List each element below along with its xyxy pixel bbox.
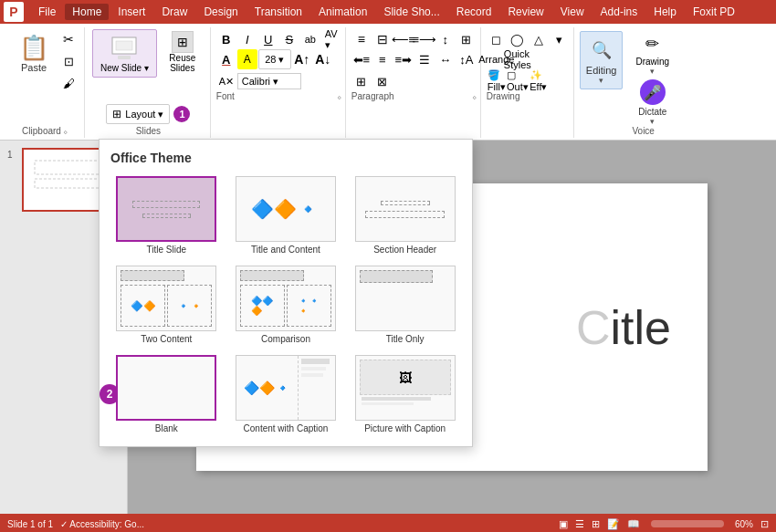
shape3-button[interactable]: △ [529,29,549,49]
shapes-more-button[interactable]: ▾ [550,29,570,49]
fit-slide-icon[interactable]: ⊡ [760,518,769,530]
paste-button[interactable]: 📋 Paste [11,29,57,77]
smartart-button[interactable]: ⊞ [351,71,372,91]
text-direction-button[interactable]: ↔ [435,49,456,69]
drawing-btn[interactable]: ✏ Drawing ▾ [632,29,673,78]
clear-format-button[interactable]: A✕ [216,71,236,91]
svg-rect-1 [116,41,132,50]
font-size-picker[interactable]: 28 ▾ [258,49,291,69]
underline-button[interactable]: U [258,29,278,49]
paragraph-expand-icon[interactable]: ⬦ [472,92,477,101]
picture-placeholder: 🖼 [360,360,451,395]
view-reading-icon[interactable]: 📖 [627,518,640,530]
copy-button[interactable]: ⊡ [58,51,79,71]
menu-file[interactable]: File [31,4,63,20]
menu-foxitpd[interactable]: Foxit PD [686,4,742,20]
bullets-button[interactable]: ≡ [351,29,372,49]
layout-thumb-title-slide [116,176,216,242]
layout-item-comparison[interactable]: 🔷🔷🔶 🔹🔹🔸 Comparison [230,264,342,346]
italic-button[interactable]: I [237,29,257,49]
menu-animation[interactable]: Animation [311,4,374,20]
layout-label-picture-caption: Picture with Caption [364,423,446,433]
font-color-button[interactable]: A [216,49,236,69]
content-caption-icon: 🔷🔶🔹 [236,356,299,420]
highlight-button[interactable]: A [237,49,257,69]
editing-icon: 🔍 [587,36,616,65]
status-bar: Slide 1 of 1 ✓ Accessibility: Go... ▣ ☰ … [0,514,776,532]
linespacing-button[interactable]: ↕ [435,29,456,49]
layout-thumb-content-caption: 🔷🔶🔹 [236,355,336,421]
layout-item-title-content[interactable]: 🔷🔶🔹 Title and Content [230,174,342,256]
quick-styles-button[interactable]: Quick Styles [508,49,528,69]
content-caption-lines [299,356,335,420]
numbering-button[interactable]: ⊟ [372,29,393,49]
slides-main-button[interactable]: New Slide ▾ [92,29,157,78]
align-center-button[interactable]: ≡ [372,49,393,69]
drawing-group: ◻ ◯ △ ▾ Arrange Quick Styles 🪣 Fill▾ ▢ O… [483,27,574,138]
dictate-expand[interactable]: ▾ [650,117,655,126]
reuse-slides-button[interactable]: ⊞ Reuse Slides [161,29,204,75]
shape2-button[interactable]: ◯ [508,29,528,49]
indent-decrease-button[interactable]: ⟵≡ [393,29,414,49]
reuse-icon: ⊞ [172,31,194,53]
menu-design[interactable]: Design [196,4,245,20]
layout-thumb-section-header [355,176,456,242]
format-painter-button[interactable]: 🖌 [58,73,79,93]
shape-outline-button[interactable]: ▢ Out▾ [508,71,528,91]
editing-section: 🔍 Editing ▾ [580,31,624,89]
fontspacing-button[interactable]: AV ▾ [321,29,341,49]
layout-label-title-only: Title Only [386,334,425,344]
align-left-button[interactable]: ⬅≡ [351,49,372,69]
layout-item-title-slide[interactable]: Title Slide [110,174,223,256]
menu-home[interactable]: Home [65,4,109,20]
zoom-slider[interactable] [651,520,724,527]
menu-help[interactable]: Help [646,4,684,20]
increase-fontsize-button[interactable]: A↑ [292,49,312,69]
justify-button[interactable]: ☰ [414,49,435,69]
bold-button[interactable]: B [216,29,236,49]
view-normal-icon[interactable]: ▣ [559,518,568,530]
font-name-input[interactable]: Calibri ▾ [237,73,301,89]
menu-view[interactable]: View [553,4,592,20]
cut-button[interactable]: ✂ [58,29,79,49]
layout-item-title-only[interactable]: Title Only [349,264,461,346]
shape1-button[interactable]: ◻ [487,29,507,49]
slide-title: Citle [576,300,671,355]
voice-group: ✏ Drawing ▾ 🎤 Dictate ▾ Voice [628,27,676,138]
layout-item-blank[interactable]: 2 Blank [110,353,223,435]
menu-transition[interactable]: Transition [247,4,309,20]
layout-item-section-header[interactable]: Section Header [349,174,461,256]
decrease-fontsize-button[interactable]: A↓ [313,49,333,69]
menu-record[interactable]: Record [449,4,499,20]
editing-expand[interactable]: ▾ [599,76,603,85]
indent-increase-button[interactable]: ≡⟶ [414,29,435,49]
align-vertical-button[interactable]: ↕A [456,49,477,69]
menu-addins[interactable]: Add-ins [593,4,645,20]
layout-icon: ⊞ [112,108,121,120]
view-notes-icon[interactable]: 📝 [607,518,620,530]
shape-fill-button[interactable]: 🪣 Fill▾ [487,71,507,91]
para-extra-button[interactable]: ⊠ [372,71,393,91]
font-expand-icon[interactable]: ⬦ [337,92,341,101]
shadow-button[interactable]: ab [300,29,320,49]
shape-effects-button[interactable]: ✨ Eff▾ [529,71,549,91]
clipboard-expand[interactable]: ⬦ [63,127,68,136]
view-slide-sorter-icon[interactable]: ⊞ [592,518,600,530]
columns-button[interactable]: ⊞ [456,29,477,49]
layout-grid: Title Slide 🔷🔶🔹 Title and Content Sectio… [110,174,461,435]
slides-btn-label: New Slide ▾ [100,63,149,73]
menu-review[interactable]: Review [500,4,551,20]
layout-item-two-content[interactable]: 🔷🔶 🔹🔸 Two Content [110,264,223,346]
layout-item-content-caption[interactable]: 🔷🔶🔹 Content with Caption [230,353,342,435]
layout-item-picture-caption[interactable]: 🖼 Picture with Caption [349,353,461,435]
drawing-expand[interactable]: ▾ [650,67,655,76]
menu-draw[interactable]: Draw [154,4,194,20]
layout-thumb-title-content: 🔷🔶🔹 [236,176,336,242]
strikethrough-button[interactable]: S [279,29,299,49]
slides-label: Slides [136,126,161,136]
align-right-button[interactable]: ≡➡ [393,49,414,69]
menu-insert[interactable]: Insert [110,4,152,20]
view-outline-icon[interactable]: ☰ [575,518,584,530]
layout-button[interactable]: ⊞ Layout ▾ [106,104,170,124]
menu-slideshow[interactable]: Slide Sho... [376,4,446,20]
